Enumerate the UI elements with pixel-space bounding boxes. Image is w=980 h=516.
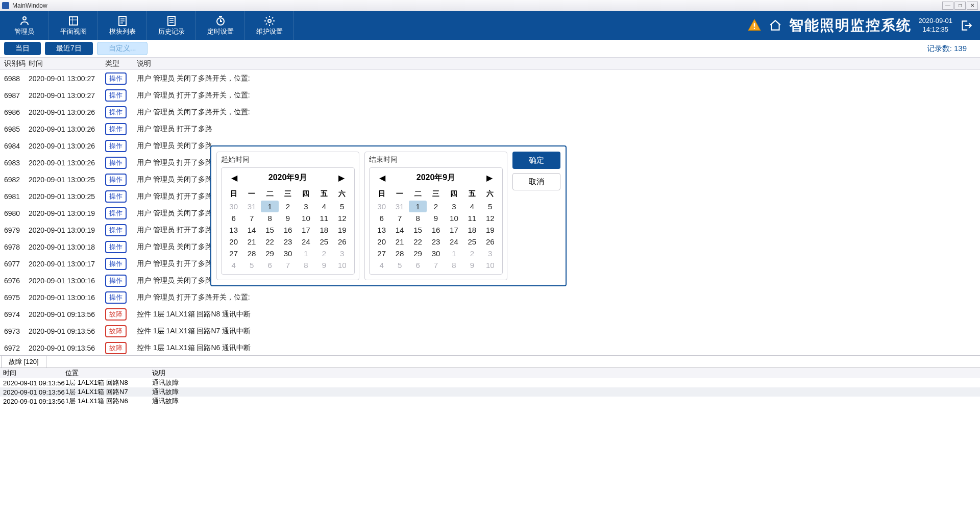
fault-row[interactable]: 2020-09-01 09:13:561层 1ALX1箱回路N6通讯故障 — [0, 397, 980, 406]
cal-day[interactable]: 24 — [445, 236, 463, 248]
cal-day[interactable]: 8 — [409, 212, 427, 224]
cal-day[interactable]: 2 — [279, 201, 297, 212]
cal-day[interactable]: 22 — [261, 236, 279, 248]
maximize-button[interactable]: □ — [954, 2, 966, 10]
cal-day[interactable]: 8 — [297, 259, 315, 271]
cal-day[interactable]: 6 — [225, 212, 242, 224]
cal-day[interactable]: 25 — [315, 236, 333, 248]
cal-day[interactable]: 2 — [463, 248, 481, 259]
nav-item[interactable]: 定时设置 — [196, 11, 245, 40]
cal-day[interactable]: 29 — [261, 248, 279, 259]
logout-icon[interactable] — [960, 19, 973, 32]
cal-day[interactable]: 8 — [445, 259, 463, 271]
cal-day[interactable]: 14 — [390, 224, 408, 236]
cal-day[interactable]: 20 — [225, 236, 242, 248]
cal-day[interactable]: 6 — [409, 259, 427, 271]
home-icon[interactable] — [769, 19, 782, 32]
nav-item[interactable]: 管理员 — [0, 11, 49, 40]
minimize-button[interactable]: — — [942, 2, 953, 10]
cal-day[interactable]: 23 — [279, 236, 297, 248]
table-row[interactable]: 69722020-09-01 09:13:56故障控件 1层 1ALX1箱 回路… — [0, 339, 980, 355]
cal-day[interactable]: 3 — [481, 248, 499, 259]
cal-next-button[interactable]: ▶ — [483, 172, 496, 183]
cal-day[interactable]: 19 — [333, 224, 351, 236]
cal-day[interactable]: 22 — [409, 236, 427, 248]
cal-day[interactable]: 25 — [463, 236, 481, 248]
filter-today-button[interactable]: 当日 — [4, 42, 41, 55]
nav-item[interactable]: 维护设置 — [245, 11, 294, 40]
cal-day[interactable]: 1 — [297, 248, 315, 259]
cal-day[interactable]: 23 — [427, 236, 445, 248]
cal-day[interactable]: 9 — [427, 212, 445, 224]
cal-day[interactable]: 28 — [242, 248, 260, 259]
cal-day[interactable]: 30 — [225, 201, 242, 212]
cal-day[interactable]: 12 — [481, 212, 499, 224]
cal-day[interactable]: 27 — [373, 248, 390, 259]
cal-day[interactable]: 11 — [463, 212, 481, 224]
cal-day[interactable]: 24 — [297, 236, 315, 248]
cal-day[interactable]: 18 — [315, 224, 333, 236]
cal-day[interactable]: 15 — [409, 224, 427, 236]
cal-day[interactable]: 28 — [390, 248, 408, 259]
cal-day[interactable]: 30 — [373, 201, 390, 212]
cal-day[interactable]: 18 — [463, 224, 481, 236]
cal-day[interactable]: 2 — [427, 201, 445, 212]
cal-day[interactable]: 7 — [427, 259, 445, 271]
cal-day[interactable]: 4 — [373, 259, 390, 271]
cal-day[interactable]: 20 — [373, 236, 390, 248]
cal-day[interactable]: 31 — [242, 201, 260, 212]
cal-day[interactable]: 6 — [373, 212, 390, 224]
cal-day[interactable]: 17 — [297, 224, 315, 236]
table-row[interactable]: 69742020-09-01 09:13:56故障控件 1层 1ALX1箱 回路… — [0, 306, 980, 323]
cal-day[interactable]: 26 — [333, 236, 351, 248]
cal-day[interactable]: 6 — [261, 259, 279, 271]
table-row[interactable]: 69862020-09-01 13:00:26操作用户 管理员 关闭了多路开关，… — [0, 104, 980, 120]
cal-day[interactable]: 10 — [333, 259, 351, 271]
cal-prev-button[interactable]: ◀ — [228, 172, 241, 183]
fault-tab[interactable]: 故障 [120] — [1, 356, 46, 367]
cal-day[interactable]: 9 — [279, 212, 297, 224]
cal-day[interactable]: 7 — [390, 212, 408, 224]
cal-day[interactable]: 26 — [481, 236, 499, 248]
cal-day[interactable]: 15 — [261, 224, 279, 236]
table-row[interactable]: 69882020-09-01 13:00:27操作用户 管理员 关闭了多路开关，… — [0, 70, 980, 87]
nav-item[interactable]: 平面视图 — [49, 11, 98, 40]
cal-day[interactable]: 13 — [225, 224, 242, 236]
cal-day[interactable]: 21 — [390, 236, 408, 248]
cal-next-button[interactable]: ▶ — [335, 172, 348, 183]
nav-item[interactable]: 历史记录 — [147, 11, 196, 40]
filter-last7-button[interactable]: 最近7日 — [45, 42, 93, 55]
table-row[interactable]: 69852020-09-01 13:00:26操作用户 管理员 打开了多路 — [0, 120, 980, 137]
cal-day[interactable]: 3 — [297, 201, 315, 212]
filter-custom-button[interactable]: 自定义... — [97, 42, 148, 55]
cal-day[interactable]: 3 — [445, 201, 463, 212]
cal-day[interactable]: 31 — [390, 201, 408, 212]
cal-day[interactable]: 17 — [445, 224, 463, 236]
cancel-button[interactable]: 取消 — [512, 173, 560, 190]
cal-day[interactable]: 3 — [333, 248, 351, 259]
cal-day[interactable]: 5 — [481, 201, 499, 212]
cal-day[interactable]: 19 — [481, 224, 499, 236]
confirm-button[interactable]: 确定 — [512, 152, 560, 169]
cal-day[interactable]: 16 — [427, 224, 445, 236]
cal-day[interactable]: 4 — [315, 201, 333, 212]
fault-row[interactable]: 2020-09-01 09:13:561层 1ALX1箱回路N7通讯故障 — [0, 387, 980, 397]
cal-day[interactable]: 12 — [333, 212, 351, 224]
cal-day[interactable]: 9 — [315, 259, 333, 271]
fault-row[interactable]: 2020-09-01 09:13:561层 1ALX1箱回路N8通讯故障 — [0, 378, 980, 387]
nav-item[interactable]: 模块列表 — [98, 11, 147, 40]
cal-day[interactable]: 10 — [297, 212, 315, 224]
cal-day[interactable]: 2 — [315, 248, 333, 259]
cal-day[interactable]: 1 — [445, 248, 463, 259]
cal-day[interactable]: 7 — [242, 212, 260, 224]
cal-day[interactable]: 11 — [315, 212, 333, 224]
cal-day[interactable]: 5 — [333, 201, 351, 212]
cal-day[interactable]: 27 — [225, 248, 242, 259]
cal-day[interactable]: 8 — [261, 212, 279, 224]
cal-day[interactable]: 1 — [261, 201, 279, 212]
cal-day[interactable]: 13 — [373, 224, 390, 236]
cal-day[interactable]: 7 — [279, 259, 297, 271]
cal-day[interactable]: 4 — [225, 259, 242, 271]
table-row[interactable]: 69872020-09-01 13:00:27操作用户 管理员 打开了多路开关，… — [0, 87, 980, 104]
cal-day[interactable]: 9 — [463, 259, 481, 271]
